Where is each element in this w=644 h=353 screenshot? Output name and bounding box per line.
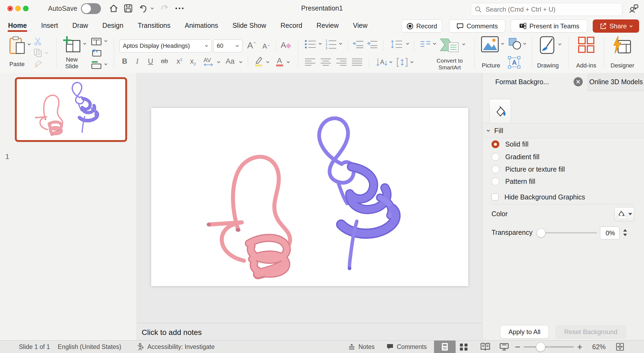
search-box[interactable]	[471, 3, 622, 16]
tab-transitions[interactable]: Transitions	[137, 17, 171, 34]
solid-fill-radio[interactable]	[492, 140, 499, 148]
section-icon[interactable]	[91, 61, 101, 69]
align-text-chevron[interactable]	[410, 61, 413, 63]
accessibility-status[interactable]: Accessibility: Investigate	[137, 341, 215, 353]
columns-icon[interactable]	[420, 40, 431, 49]
slide-canvas[interactable]	[151, 108, 468, 286]
shapes-icon[interactable]	[509, 37, 521, 50]
clear-formatting-icon[interactable]: A	[281, 40, 290, 50]
numbering-icon[interactable]: 123	[325, 39, 337, 50]
gradient-fill-radio[interactable]	[492, 153, 499, 161]
tab-draw[interactable]: Draw	[72, 17, 89, 34]
section-chevron[interactable]	[104, 63, 107, 65]
character-spacing-chevron[interactable]	[217, 61, 220, 63]
highlight-color-icon[interactable]	[254, 56, 263, 67]
line-spacing-chevron[interactable]	[406, 43, 409, 45]
close-panel-icon[interactable]	[574, 77, 583, 86]
transparency-value-field[interactable]	[600, 226, 619, 239]
zoom-slider[interactable]	[524, 346, 574, 348]
highlight-color-chevron[interactable]	[266, 61, 269, 63]
option-gradient-fill[interactable]: Gradient fill	[492, 152, 539, 161]
increase-indent-icon[interactable]	[367, 40, 378, 49]
transparency-stepper[interactable]	[621, 226, 630, 239]
smartart-chevron[interactable]	[462, 43, 465, 45]
change-case-icon[interactable]: Aa	[226, 57, 235, 66]
present-in-teams-button[interactable]: Present in Teams	[511, 19, 587, 33]
tab-record[interactable]: Record	[280, 17, 303, 34]
character-spacing-icon[interactable]: AV	[203, 57, 215, 67]
option-picture-fill[interactable]: Picture or texture fill	[492, 165, 565, 174]
picture-fill-radio[interactable]	[492, 165, 499, 173]
color-picker-button[interactable]	[614, 207, 634, 221]
transparency-slider[interactable]	[537, 232, 597, 233]
convert-to-smartart-icon[interactable]	[439, 37, 459, 54]
fill-section-header[interactable]: Fill	[482, 123, 644, 138]
paste-icon[interactable]	[9, 36, 25, 55]
zoom-in-icon[interactable]: +	[577, 341, 582, 353]
bullets-chevron[interactable]	[318, 43, 322, 45]
justify-icon[interactable]	[351, 58, 363, 67]
bold-icon[interactable]: B	[122, 57, 127, 66]
language-selector[interactable]: English (United States)	[58, 341, 121, 353]
align-left-icon[interactable]	[304, 58, 316, 67]
slide-layout-chevron[interactable]	[104, 40, 107, 42]
notes-toggle[interactable]: Notes	[348, 341, 375, 353]
fill-bucket-tab[interactable]	[489, 99, 511, 124]
option-hide-background[interactable]: Hide Background Graphics	[492, 192, 585, 202]
reset-background-button[interactable]: Reset Background	[555, 325, 626, 339]
fit-slide-to-window-button[interactable]	[616, 341, 624, 353]
bullets-icon[interactable]	[304, 39, 316, 49]
tab-design[interactable]: Design	[102, 17, 124, 34]
italic-icon[interactable]: I	[136, 57, 138, 66]
record-button[interactable]: Record	[402, 19, 442, 33]
align-text-vertical-icon[interactable]	[396, 57, 408, 67]
zoom-slider-knob[interactable]	[536, 342, 545, 352]
zoom-percentage[interactable]: 62%	[592, 341, 606, 353]
tab-insert[interactable]: Insert	[40, 17, 59, 34]
search-input[interactable]	[485, 5, 613, 13]
grow-font-icon[interactable]: A⌃	[247, 40, 256, 50]
notes-divider[interactable]	[137, 323, 482, 323]
new-slide-chevron[interactable]	[83, 43, 86, 45]
drawing-chevron[interactable]	[558, 43, 561, 45]
tab-format-background[interactable]: Format Backgro...	[482, 73, 588, 91]
pattern-fill-radio[interactable]	[492, 178, 499, 185]
font-color-chevron[interactable]	[287, 61, 290, 63]
text-direction-icon[interactable]: A	[376, 57, 388, 67]
font-name-select[interactable]: Aptos Display (Headings)	[119, 39, 212, 52]
line-spacing-icon[interactable]	[390, 39, 403, 50]
change-case-chevron[interactable]	[239, 61, 242, 63]
drawing-icon[interactable]	[539, 36, 556, 55]
text-direction-chevron[interactable]	[389, 61, 392, 63]
share-button[interactable]: Share	[593, 19, 639, 33]
underline-icon[interactable]: U	[148, 57, 153, 66]
zoom-out-icon[interactable]: −	[515, 341, 520, 353]
comments-toggle[interactable]: Comments	[387, 341, 427, 353]
designer-icon[interactable]	[612, 36, 631, 54]
hide-background-checkbox[interactable]	[492, 194, 499, 201]
numbering-chevron[interactable]	[339, 43, 342, 45]
transparency-slider-knob[interactable]	[537, 229, 545, 237]
tab-animations[interactable]: Animations	[184, 17, 219, 34]
slide-1-thumbnail[interactable]	[15, 77, 127, 142]
subscript-icon[interactable]: x2	[190, 57, 196, 66]
strikethrough-icon[interactable]: ab	[161, 57, 168, 65]
columns-chevron[interactable]	[433, 43, 436, 45]
presenter-account-icon[interactable]	[628, 3, 639, 14]
reading-view-button[interactable]	[480, 341, 490, 353]
shrink-font-icon[interactable]: A⌄	[262, 42, 270, 50]
option-solid-fill[interactable]: Solid fill	[492, 140, 528, 149]
superscript-icon[interactable]: x2	[177, 57, 182, 66]
tab-review[interactable]: Review	[316, 17, 339, 34]
font-color-icon[interactable]: A	[275, 56, 284, 67]
transparency-input[interactable]	[600, 227, 620, 240]
normal-view-button[interactable]	[434, 341, 456, 353]
align-center-icon[interactable]	[320, 58, 331, 67]
tab-view[interactable]: View	[352, 17, 368, 34]
reset-slide-icon[interactable]	[91, 49, 101, 57]
text-box-icon[interactable]: A	[507, 56, 521, 69]
comments-button[interactable]: Comments	[449, 19, 505, 33]
slide-sorter-view-button[interactable]	[459, 341, 468, 353]
option-pattern-fill[interactable]: Pattern fill	[492, 177, 535, 186]
picture-chevron[interactable]	[501, 43, 504, 45]
